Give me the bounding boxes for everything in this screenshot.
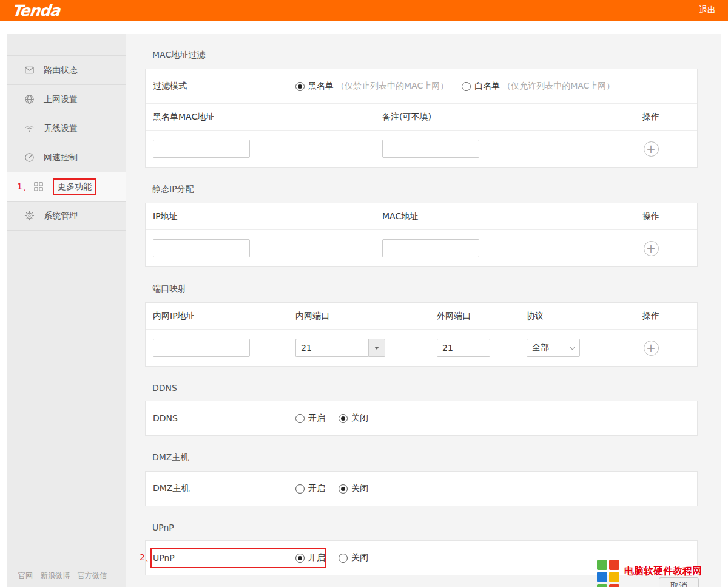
grid-icon: [33, 182, 44, 192]
mail-icon: [24, 65, 35, 75]
column-header-mac: 黑名单MAC地址: [153, 112, 382, 123]
upnp-on-option[interactable]: 开启: [295, 552, 325, 563]
filter-mode-label: 过滤模式: [153, 81, 295, 92]
sidebar: 路由状态 上网设置 无线设置 网速控制 1、: [7, 34, 126, 587]
sidebar-item-speed-control[interactable]: 网速控制: [7, 143, 126, 172]
sidebar-footer: 官网 新浪微博 官方微信: [18, 571, 107, 581]
column-header-note: 备注(可不填): [382, 112, 633, 123]
filter-mode-radio-group: 黑名单 （仅禁止列表中的MAC上网） 白名单 （仅允许列表中的MAC上网）: [295, 81, 628, 92]
ddns-row: DDNS 开启 关闭: [146, 401, 697, 435]
upnp-label: UPnP: [153, 553, 295, 563]
globe-icon: [24, 94, 35, 104]
static-ip-input[interactable]: [153, 239, 250, 257]
internal-port-input[interactable]: [295, 339, 368, 357]
sidebar-item-router-status[interactable]: 路由状态: [7, 56, 126, 85]
radio-unchecked-icon[interactable]: [462, 82, 471, 91]
mac-filter-table-header: 黑名单MAC地址 备注(可不填) 操作: [146, 104, 697, 131]
sidebar-item-system-management[interactable]: 系统管理: [7, 202, 126, 231]
sidebar-item-label: 网速控制: [44, 152, 78, 163]
mac-filter-card: 过滤模式 黑名单 （仅禁止列表中的MAC上网） 白名单 （仅允许列表中的MAC上…: [145, 69, 698, 168]
dmz-row: DMZ主机 开启 关闭: [146, 472, 697, 506]
radio-unchecked-icon[interactable]: [295, 414, 305, 423]
sidebar-item-label: 路由状态: [44, 65, 78, 76]
internal-port-combo: [295, 339, 385, 357]
dmz-off-option[interactable]: 关闭: [339, 483, 368, 494]
section-static-ip: 静态IP分配 IP地址 MAC地址 操作: [145, 184, 698, 267]
ddns-off-label: 关闭: [351, 413, 368, 424]
watermark: 电脑软硬件教程网 www.computer26.com: [597, 560, 724, 587]
gear-icon: [24, 211, 35, 221]
protocol-selected-value: 全部: [532, 342, 549, 353]
ddns-label: DDNS: [153, 413, 295, 423]
ddns-card: DDNS 开启 关闭: [145, 401, 698, 436]
main-content: MAC地址过滤 过滤模式 黑名单 （仅禁止列表中的MAC上网） 白名单 （仅: [126, 34, 721, 587]
radio-checked-icon[interactable]: [295, 82, 305, 91]
dmz-label: DMZ主机: [153, 483, 295, 494]
add-static-ip-button[interactable]: [644, 241, 659, 256]
column-header-mac: MAC地址: [382, 211, 633, 222]
add-mac-filter-button[interactable]: [644, 141, 659, 157]
section-title-port-mapping: 端口映射: [152, 283, 698, 294]
section-title-ddns: DDNS: [152, 383, 698, 393]
radio-unchecked-icon[interactable]: [295, 484, 305, 494]
footer-link-official-site[interactable]: 官网: [18, 571, 33, 581]
upnp-off-option[interactable]: 关闭: [339, 552, 368, 563]
ddns-on-label: 开启: [308, 413, 325, 424]
sidebar-item-label: 系统管理: [44, 211, 78, 222]
whitelist-radio-option[interactable]: 白名单 （仅允许列表中的MAC上网）: [462, 81, 615, 92]
column-header-internal-port: 内网端口: [295, 311, 437, 322]
port-mapping-card: 内网IP地址 内网端口 外网端口 协议 操作: [145, 302, 698, 367]
blacklist-mac-input[interactable]: [153, 140, 250, 158]
page-frame: 路由状态 上网设置 无线设置 网速控制 1、: [7, 34, 721, 587]
column-header-ip: IP地址: [153, 211, 382, 222]
footer-link-wechat[interactable]: 官方微信: [78, 571, 107, 581]
column-header-action: 操作: [633, 211, 669, 222]
caret-down-icon: [374, 347, 379, 350]
dmz-off-label: 关闭: [351, 483, 368, 494]
port-mapping-table-header: 内网IP地址 内网端口 外网端口 协议 操作: [146, 303, 697, 330]
upnp-off-label: 关闭: [351, 552, 368, 563]
annotation-step-2: 2、: [140, 552, 153, 563]
ddns-radio-group: 开启 关闭: [295, 413, 382, 424]
static-ip-table-header: IP地址 MAC地址 操作: [146, 203, 697, 230]
sidebar-item-more-features[interactable]: 1、 更多功能: [7, 172, 126, 202]
sidebar-item-wireless-settings[interactable]: 无线设置: [7, 114, 126, 143]
protocol-select[interactable]: 全部: [527, 339, 580, 357]
whitelist-note: （仅允许列表中的MAC上网）: [502, 81, 615, 92]
sidebar-item-label: 更多功能: [53, 178, 96, 195]
internal-port-dropdown-button[interactable]: [368, 339, 385, 357]
sidebar-menu: 路由状态 上网设置 无线设置 网速控制 1、: [7, 55, 126, 231]
logout-link[interactable]: 退出: [699, 5, 716, 16]
section-port-mapping: 端口映射 内网IP地址 内网端口 外网端口 协议 操作: [145, 283, 698, 367]
blacklist-radio-option[interactable]: 黑名单 （仅禁止列表中的MAC上网）: [295, 81, 448, 92]
sidebar-item-internet-settings[interactable]: 上网设置: [7, 85, 126, 114]
site-logo-icon: [597, 584, 620, 587]
section-ddns: DDNS DDNS 开启 关闭: [145, 383, 698, 436]
column-header-internal-ip: 内网IP地址: [153, 311, 295, 322]
whitelist-label: 白名单: [474, 81, 500, 92]
radio-checked-icon[interactable]: [339, 414, 348, 423]
tenda-logo: Tenda: [12, 3, 61, 18]
watermark-site-name: 电脑软硬件教程网: [624, 565, 702, 578]
section-title-dmz: DMZ主机: [152, 452, 698, 463]
radio-checked-icon[interactable]: [339, 484, 348, 494]
section-mac-filter: MAC地址过滤 过滤模式 黑名单 （仅禁止列表中的MAC上网） 白名单 （仅: [145, 50, 698, 168]
top-header: Tenda 退出: [0, 0, 728, 21]
static-ip-card: IP地址 MAC地址 操作: [145, 203, 698, 267]
upnp-radio-group: 开启 关闭: [295, 552, 382, 563]
radio-checked-icon[interactable]: [295, 554, 305, 563]
wifi-icon: [24, 123, 35, 134]
static-mac-input[interactable]: [382, 239, 479, 257]
footer-link-weibo[interactable]: 新浪微博: [41, 571, 70, 581]
external-port-input[interactable]: [437, 339, 490, 357]
section-dmz: DMZ主机 DMZ主机 开启 关闭: [145, 452, 698, 506]
sidebar-item-label: 上网设置: [44, 94, 78, 105]
ddns-on-option[interactable]: 开启: [295, 413, 325, 424]
dmz-on-option[interactable]: 开启: [295, 483, 325, 494]
note-input[interactable]: [382, 140, 479, 158]
internal-ip-input[interactable]: [153, 339, 250, 357]
column-header-action: 操作: [633, 112, 669, 123]
ddns-off-option[interactable]: 关闭: [339, 413, 368, 424]
add-port-mapping-button[interactable]: [644, 341, 659, 356]
radio-unchecked-icon[interactable]: [339, 554, 348, 563]
